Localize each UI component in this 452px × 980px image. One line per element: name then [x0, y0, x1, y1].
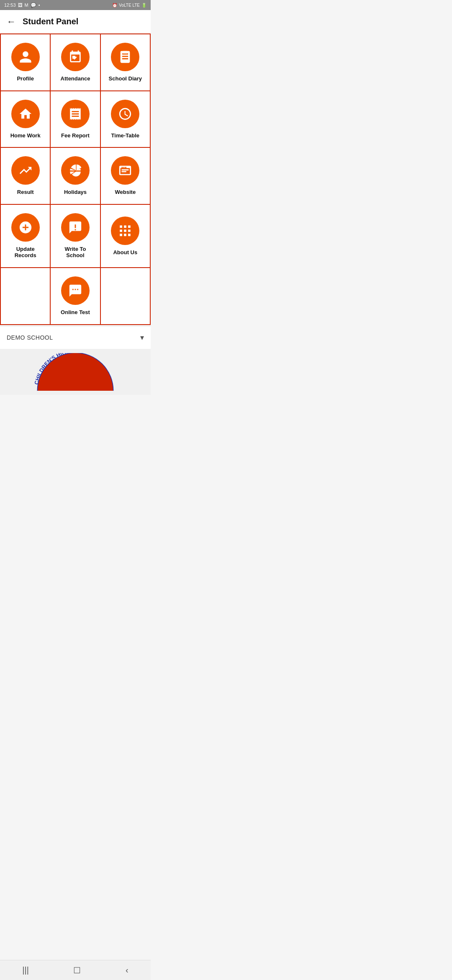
status-right: ⏰ VoLTE LTE 🔋: [112, 3, 146, 8]
logo-area: CHILDREN'S HIGH: [0, 349, 151, 395]
write-to-school-label: Write To School: [55, 246, 95, 259]
dropdown-arrow-icon: ▾: [140, 333, 144, 342]
svg-rect-1: [122, 169, 129, 170]
online-test-label: Online Test: [61, 309, 90, 316]
profile-label: Profile: [17, 75, 33, 82]
grid-dots-icon: [118, 224, 132, 238]
time-display: 12:53: [4, 3, 16, 8]
signal-text: VoLTE LTE: [119, 3, 140, 8]
attendance-label: Attendance: [61, 75, 90, 82]
svg-rect-0: [123, 51, 128, 54]
page-title: Student Panel: [23, 17, 78, 26]
grid-item-home-work[interactable]: Home Work: [1, 91, 51, 148]
home-work-icon-circle: [11, 100, 40, 128]
school-diary-icon-circle: [111, 43, 139, 71]
grid-item-holidays[interactable]: Holidays: [51, 148, 100, 205]
menu-grid: Profile Attendance School Diary Home Wor…: [0, 34, 151, 325]
holidays-label: Holidays: [64, 189, 87, 196]
online-test-icon-circle: [61, 276, 90, 305]
person-icon: [18, 50, 33, 64]
message-exclaim-icon: [68, 220, 82, 235]
book-icon: [118, 50, 132, 64]
update-records-icon-circle: [11, 213, 40, 242]
fee-report-label: Fee Report: [61, 132, 90, 139]
grid-item-school-diary[interactable]: School Diary: [101, 34, 151, 91]
plus-circle-icon: [18, 220, 33, 235]
photo-icon: 🖼: [18, 3, 23, 8]
about-us-label: About Us: [113, 249, 137, 256]
grid-item-empty-left: [1, 268, 51, 325]
write-to-school-icon-circle: [61, 213, 90, 242]
school-dropdown[interactable]: DEMO SCHOOL ▾: [0, 326, 151, 349]
grid-item-time-table[interactable]: Time-Table: [101, 91, 151, 148]
fee-report-icon-circle: [61, 100, 90, 128]
dot-icon: •: [39, 3, 40, 8]
alarm-icon: ⏰: [112, 3, 117, 8]
grid-item-empty-right: [101, 268, 151, 325]
trending-up-icon: [18, 163, 33, 178]
grid-item-online-test[interactable]: Online Test: [51, 268, 100, 325]
svg-rect-2: [122, 171, 126, 173]
website-label: Website: [115, 189, 136, 196]
status-bar: 12:53 🖼 M 💬 • ⏰ VoLTE LTE 🔋: [0, 0, 151, 10]
status-left: 12:53 🖼 M 💬 •: [4, 3, 40, 8]
back-button[interactable]: ←: [7, 16, 16, 27]
message-icon: 💬: [31, 3, 36, 8]
holidays-icon-circle: [61, 156, 90, 185]
grid-item-website[interactable]: Website: [101, 148, 151, 205]
chat-bubble-icon: [68, 284, 82, 298]
school-diary-label: School Diary: [109, 75, 142, 82]
grid-item-fee-report[interactable]: Fee Report: [51, 91, 100, 148]
calendar-check-icon: [68, 50, 82, 64]
grid-item-profile[interactable]: Profile: [1, 34, 51, 91]
time-table-label: Time-Table: [111, 132, 139, 139]
result-icon-circle: [11, 156, 40, 185]
profile-icon-circle: [11, 43, 40, 71]
time-table-icon-circle: [111, 100, 139, 128]
grid-item-about-us[interactable]: About Us: [101, 205, 151, 268]
battery-icon: 🔋: [141, 3, 146, 8]
umbrella-beach-icon: [68, 163, 82, 178]
about-us-icon-circle: [111, 217, 139, 245]
grid-item-attendance[interactable]: Attendance: [51, 34, 100, 91]
browser-icon: [118, 163, 132, 178]
receipt-icon: [68, 107, 82, 121]
result-label: Result: [17, 189, 34, 196]
update-records-label: Update Records: [5, 246, 46, 259]
school-name: DEMO SCHOOL: [7, 334, 53, 341]
home-work-label: Home Work: [10, 132, 41, 139]
grid-item-write-to-school[interactable]: Write To School: [51, 205, 100, 268]
grid-item-update-records[interactable]: Update Records: [1, 205, 51, 268]
mail-icon: M: [25, 3, 28, 8]
school-logo: CHILDREN'S HIGH: [33, 353, 117, 395]
attendance-icon-circle: [61, 43, 90, 71]
grid-item-result[interactable]: Result: [1, 148, 51, 205]
home-icon: [18, 107, 33, 121]
website-icon-circle: [111, 156, 139, 185]
clock-icon: [118, 107, 132, 121]
header: ← Student Panel: [0, 10, 151, 34]
